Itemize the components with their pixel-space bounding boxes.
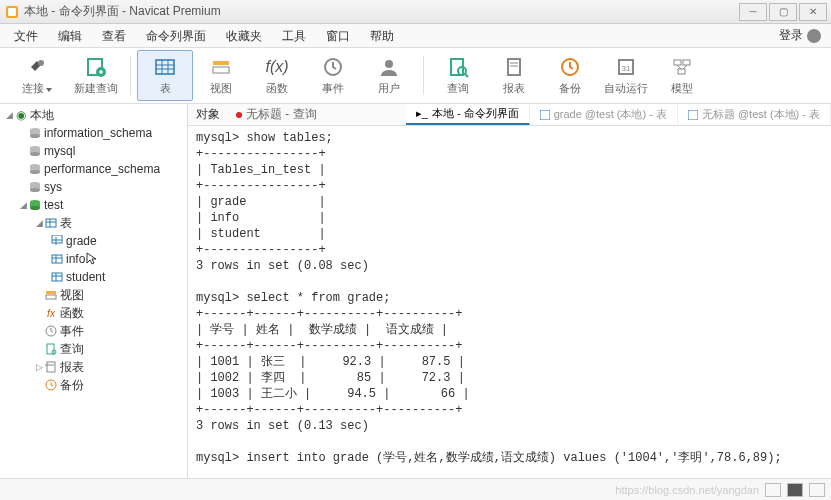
svg-text:31: 31	[622, 64, 631, 73]
svg-point-42	[30, 206, 40, 210]
menu-cli[interactable]: 命令列界面	[136, 24, 216, 48]
view-icon	[44, 288, 58, 302]
menu-window[interactable]: 窗口	[316, 24, 360, 48]
tree-db-information-schema[interactable]: information_schema	[0, 124, 187, 142]
toolbar-fx[interactable]: f(x) 函数	[249, 50, 305, 101]
unsaved-dot-icon	[236, 112, 242, 118]
status-bar: https://blog.csdn.net/yangdan	[0, 478, 831, 500]
tree-table-info[interactable]: info	[0, 250, 187, 268]
menu-edit[interactable]: 编辑	[48, 24, 92, 48]
svg-rect-10	[213, 61, 229, 65]
tree-tables-folder[interactable]: ◢表	[0, 214, 187, 232]
tree-backup[interactable]: 备份	[0, 376, 187, 394]
menu-file[interactable]: 文件	[4, 24, 48, 48]
svg-rect-58	[47, 344, 54, 354]
menu-view[interactable]: 查看	[92, 24, 136, 48]
menubar: 文件 编辑 查看 命令列界面 收藏夹 工具 窗口 帮助 登录	[0, 24, 831, 48]
menu-fav[interactable]: 收藏夹	[216, 24, 272, 48]
svg-rect-60	[47, 362, 55, 372]
database-icon	[28, 144, 42, 158]
ctx-objects[interactable]: 对象	[188, 106, 228, 123]
svg-rect-55	[46, 291, 56, 294]
database-icon	[28, 126, 42, 140]
svg-point-2	[38, 60, 44, 66]
tree-server[interactable]: ◢◉本地	[0, 106, 187, 124]
tree-views[interactable]: 视图	[0, 286, 187, 304]
menu-help[interactable]: 帮助	[360, 24, 404, 48]
model-icon	[670, 55, 694, 79]
database-icon	[28, 162, 42, 176]
svg-point-30	[30, 134, 40, 138]
tab-cli[interactable]: ▸_本地 - 命令列界面	[406, 104, 530, 125]
toolbar-new-query[interactable]: 新建查询	[68, 50, 124, 101]
svg-line-27	[683, 65, 687, 69]
svg-line-16	[465, 74, 468, 77]
toolbar-query[interactable]: 查询	[430, 50, 486, 101]
toolbar-table[interactable]: 表	[137, 50, 193, 101]
toolbar-backup[interactable]: 备份	[542, 50, 598, 101]
clock-icon	[321, 55, 345, 79]
tree-table-student[interactable]: student	[0, 268, 187, 286]
minimize-button[interactable]: ─	[739, 3, 767, 21]
svg-point-39	[30, 188, 40, 192]
avatar-icon[interactable]	[807, 29, 821, 43]
clock-icon	[44, 324, 58, 338]
toolbar-event[interactable]: 事件	[305, 50, 361, 101]
sidebar-tree[interactable]: ◢◉本地 information_schema mysql performanc…	[0, 104, 188, 478]
toolbar-auto[interactable]: 31 自动运行	[598, 50, 654, 101]
svg-rect-23	[674, 60, 681, 65]
view-icon	[209, 55, 233, 79]
svg-rect-5	[156, 60, 174, 74]
toolbar-model[interactable]: 模型	[654, 50, 710, 101]
tree-table-grade[interactable]: grade	[0, 232, 187, 250]
svg-rect-1	[8, 8, 16, 16]
tree-queries[interactable]: 查询	[0, 340, 187, 358]
tree-db-sys[interactable]: sys	[0, 178, 187, 196]
window-title: 本地 - 命令列界面 - Navicat Premium	[24, 3, 739, 20]
cursor-icon	[85, 252, 97, 266]
tree-db-mysql[interactable]: mysql	[0, 142, 187, 160]
backup-icon	[44, 378, 58, 392]
menu-tools[interactable]: 工具	[272, 24, 316, 48]
tree-events[interactable]: 事件	[0, 322, 187, 340]
svg-rect-56	[46, 295, 56, 299]
close-button[interactable]: ✕	[799, 3, 827, 21]
tab-untitled[interactable]: 无标题 @test (本地) - 表	[678, 104, 831, 125]
table-icon	[50, 252, 64, 266]
table-icon	[688, 110, 698, 120]
app-icon	[4, 4, 20, 20]
database-icon	[28, 198, 42, 212]
login-link[interactable]: 登录	[779, 27, 803, 44]
toolbar: 连接 新建查询 表 视图 f(x) 函数 事件 用户 查询 报表 备份 31 自…	[0, 48, 831, 104]
svg-rect-25	[678, 69, 685, 74]
toolbar-view[interactable]: 视图	[193, 50, 249, 101]
toolbar-report[interactable]: 报表	[486, 50, 542, 101]
status-box-2[interactable]	[787, 483, 803, 497]
svg-rect-17	[508, 59, 520, 75]
table-icon	[540, 110, 550, 120]
new-query-icon	[84, 55, 108, 79]
tree-reports[interactable]: ▷报表	[0, 358, 187, 376]
status-box-3[interactable]	[809, 483, 825, 497]
tree-functions[interactable]: fx函数	[0, 304, 187, 322]
svg-rect-11	[213, 67, 229, 73]
tree-db-test[interactable]: ◢test	[0, 196, 187, 214]
window-buttons: ─ ▢ ✕	[739, 3, 827, 21]
tree-db-performance-schema[interactable]: performance_schema	[0, 160, 187, 178]
svg-point-33	[30, 152, 40, 156]
ctx-query[interactable]: 无标题 - 查询	[228, 106, 325, 123]
status-box-1[interactable]	[765, 483, 781, 497]
tab-grade[interactable]: grade @test (本地) - 表	[530, 104, 678, 125]
fx-icon: fx	[44, 306, 58, 320]
toolbar-connect[interactable]: 连接	[6, 50, 68, 101]
cli-icon: ▸_	[416, 107, 428, 120]
svg-rect-24	[683, 60, 690, 65]
server-icon: ◉	[14, 108, 28, 122]
table-icon	[50, 270, 64, 284]
cli-console[interactable]: mysql> show tables; +----------------+ |…	[188, 126, 831, 478]
svg-rect-63	[540, 110, 550, 120]
table-icon	[50, 234, 64, 248]
maximize-button[interactable]: ▢	[769, 3, 797, 21]
toolbar-user[interactable]: 用户	[361, 50, 417, 101]
svg-rect-46	[52, 235, 62, 243]
